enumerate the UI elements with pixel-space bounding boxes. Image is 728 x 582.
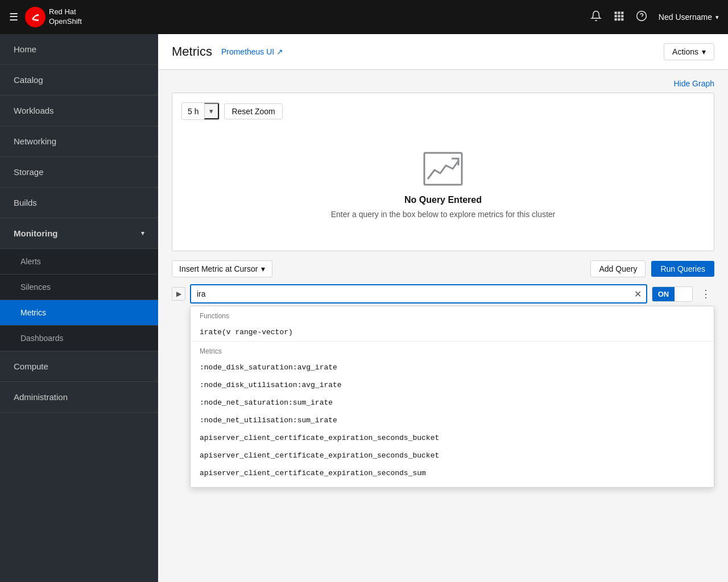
query-clear-button[interactable]: ✕ (630, 286, 646, 302)
graph-controls: 5 h ▾ Reset Zoom (181, 102, 705, 120)
insert-metric-caret-icon: ▾ (261, 264, 265, 273)
user-menu[interactable]: Ned Username ▾ (659, 13, 719, 22)
redhat-logo-svg (25, 7, 46, 27)
reset-zoom-button[interactable]: Reset Zoom (224, 103, 282, 119)
query-controls: Insert Metric at Cursor ▾ Add Query Run … (172, 260, 714, 277)
sidebar-item-home[interactable]: Home (0, 34, 158, 65)
query-kebab-button[interactable]: ⋮ (697, 286, 714, 301)
svg-rect-4 (614, 15, 617, 17)
svg-rect-5 (618, 15, 620, 17)
sidebar: Home Catalog Workloads Networking Storag… (0, 34, 158, 582)
autocomplete-item-7[interactable]: kubelet_certificate_manager_client_expir… (191, 482, 714, 488)
autocomplete-item-irate[interactable]: irate(v range-vector) (191, 323, 714, 341)
no-query-desc: Enter a query in the box below to explor… (331, 210, 556, 219)
svg-rect-1 (614, 11, 617, 14)
sidebar-item-dashboards[interactable]: Dashboards (0, 326, 158, 351)
autocomplete-item-2[interactable]: :node_net_saturation:sum_irate (191, 394, 714, 411)
query-input-wrapper: ✕ (190, 284, 647, 304)
autocomplete-item-1[interactable]: :node_disk_utilisation:avg_irate (191, 376, 714, 394)
hamburger-icon[interactable]: ☰ (9, 11, 18, 23)
grid-icon[interactable] (613, 10, 624, 24)
autocomplete-item-0[interactable]: :node_disk_saturation:avg_irate (191, 359, 714, 376)
actions-button[interactable]: Actions ▾ (664, 43, 714, 60)
time-select-caret-icon: ▾ (209, 107, 213, 115)
content-area: Hide Graph 5 h ▾ Reset Zoom (158, 70, 728, 582)
sidebar-item-silences[interactable]: Silences (0, 275, 158, 300)
query-input[interactable] (191, 285, 630, 302)
query-toggle: ON (652, 286, 693, 302)
query-expand-button[interactable]: ▶ (172, 287, 185, 301)
redhat-logo: Red Hat OpenShift (25, 7, 82, 27)
autocomplete-item-4[interactable]: apiserver_client_certificate_expiration_… (191, 429, 714, 447)
monitoring-label: Monitoring (14, 228, 57, 238)
svg-rect-7 (614, 18, 617, 20)
sidebar-item-alerts[interactable]: Alerts (0, 249, 158, 275)
sidebar-item-networking[interactable]: Networking (0, 126, 158, 157)
sidebar-item-catalog[interactable]: Catalog (0, 65, 158, 95)
query-row: ▶ ✕ ON ⋮ Functions (172, 284, 714, 304)
external-link-icon: ↗ (276, 47, 283, 56)
user-name: Ned Username (659, 13, 712, 22)
time-select-wrapper: 5 h ▾ (181, 102, 220, 120)
toggle-off-button[interactable] (675, 287, 692, 301)
top-nav: ☰ Red Hat OpenShift (0, 0, 728, 34)
hide-graph-link[interactable]: Hide Graph (172, 79, 714, 88)
sidebar-item-builds[interactable]: Builds (0, 188, 158, 218)
sidebar-item-workloads[interactable]: Workloads (0, 95, 158, 126)
insert-metric-button[interactable]: Insert Metric at Cursor ▾ (172, 260, 272, 277)
toggle-on-button[interactable]: ON (652, 287, 675, 301)
autocomplete-dropdown: Functions irate(v range-vector) Metrics … (190, 306, 714, 488)
sidebar-item-compute[interactable]: Compute (0, 351, 158, 382)
expand-icon: ▶ (176, 290, 181, 298)
kebab-icon: ⋮ (701, 288, 711, 300)
autocomplete-item-5[interactable]: apiserver_client_certificate_expiration_… (191, 447, 714, 464)
svg-rect-9 (621, 18, 623, 20)
redhat-logo-text: Red Hat OpenShift (49, 7, 82, 27)
help-icon[interactable] (636, 10, 647, 24)
svg-rect-2 (618, 11, 620, 14)
functions-section-label: Functions (191, 306, 714, 323)
sidebar-item-metrics[interactable]: Metrics (0, 300, 158, 326)
svg-rect-6 (621, 15, 623, 17)
svg-point-0 (25, 7, 46, 27)
autocomplete-item-6[interactable]: apiserver_client_certificate_expiration_… (191, 464, 714, 482)
graph-panel: 5 h ▾ Reset Zoom No Query Entered Enter (172, 93, 714, 251)
actions-caret-icon: ▾ (702, 47, 706, 56)
no-query-title: No Query Entered (404, 195, 482, 205)
clear-icon: ✕ (634, 289, 642, 299)
prometheus-ui-link[interactable]: Prometheus UI ↗ (221, 47, 283, 56)
autocomplete-item-3[interactable]: :node_net_utilisation:sum_irate (191, 411, 714, 429)
run-queries-button[interactable]: Run Queries (651, 261, 714, 277)
time-select-value: 5 h (182, 104, 204, 119)
add-query-button[interactable]: Add Query (590, 260, 646, 277)
time-select-dropdown-button[interactable]: ▾ (204, 103, 219, 119)
svg-rect-3 (621, 11, 623, 14)
metrics-section-label: Metrics (191, 342, 714, 359)
sidebar-item-administration[interactable]: Administration (0, 382, 158, 413)
no-query-icon (423, 152, 463, 186)
graph-empty-state: No Query Entered Enter a query in the bo… (181, 129, 705, 242)
user-menu-caret-icon: ▾ (715, 14, 719, 21)
sidebar-item-storage[interactable]: Storage (0, 157, 158, 188)
page-header: Metrics Prometheus UI ↗ Actions ▾ (158, 34, 728, 70)
monitoring-caret-icon: ▾ (141, 230, 144, 237)
sidebar-group-monitoring[interactable]: Monitoring ▾ (0, 218, 158, 249)
page-title: Metrics (172, 44, 212, 59)
svg-rect-8 (618, 18, 620, 20)
main-content: Metrics Prometheus UI ↗ Actions ▾ Hide G… (158, 34, 728, 582)
bell-icon[interactable] (590, 10, 602, 24)
